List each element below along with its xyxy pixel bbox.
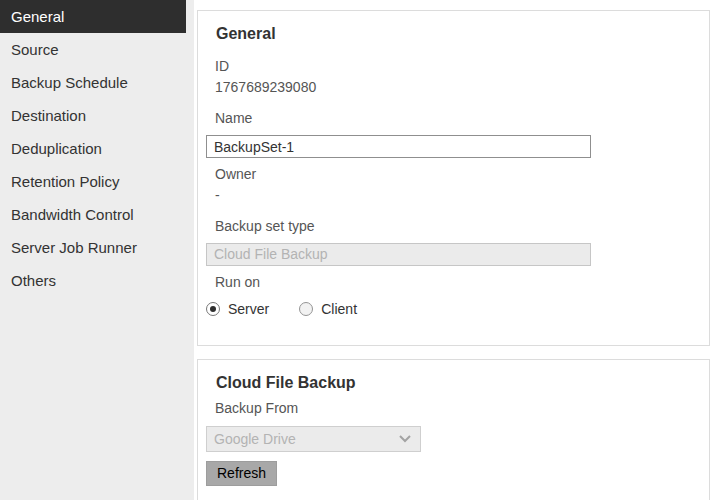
backup-from-label: Backup From [215,400,709,416]
sidebar-item-backup-schedule[interactable]: Backup Schedule [0,66,186,99]
backup-from-selected-value: Google Drive [214,431,296,447]
refresh-button[interactable]: Refresh [206,461,277,486]
backup-set-type-label: Backup set type [215,218,709,234]
sidebar-item-bandwidth-control[interactable]: Bandwidth Control [0,198,186,231]
radio-button-icon [206,302,220,316]
sidebar-item-others[interactable]: Others [0,264,186,297]
chevron-down-icon [399,435,411,443]
id-value: 1767689239080 [215,79,709,95]
general-panel-title: General [216,25,709,43]
run-on-radio-group: Server Client [206,301,709,345]
backup-from-select: Google Drive [206,426,421,452]
sidebar-item-retention-policy[interactable]: Retention Policy [0,165,186,198]
sidebar-item-destination[interactable]: Destination [0,99,186,132]
id-label: ID [215,58,709,74]
sidebar-item-source[interactable]: Source [0,33,186,66]
radio-button-icon [299,302,313,316]
run-on-client-label: Client [321,301,357,317]
name-label: Name [215,110,709,126]
name-input[interactable] [206,135,591,158]
run-on-label: Run on [215,274,709,290]
general-panel: General ID 1767689239080 Name Owner - Ba… [197,10,710,346]
backup-set-settings-window: General Source Backup Schedule Destinati… [0,0,720,500]
cloud-file-backup-panel: Cloud File Backup Backup From Google Dri… [197,359,710,500]
sidebar-item-server-job-runner[interactable]: Server Job Runner [0,231,186,264]
cloud-file-backup-panel-title: Cloud File Backup [216,374,709,392]
owner-value: - [215,187,709,203]
run-on-client-radio[interactable]: Client [299,301,357,317]
run-on-server-radio[interactable]: Server [206,301,269,317]
sidebar: General Source Backup Schedule Destinati… [0,0,194,500]
run-on-server-label: Server [228,301,269,317]
main-content: General ID 1767689239080 Name Owner - Ba… [197,10,710,500]
sidebar-item-general[interactable]: General [0,0,186,33]
backup-set-type-field: Cloud File Backup [206,243,591,266]
sidebar-item-deduplication[interactable]: Deduplication [0,132,186,165]
owner-label: Owner [215,166,709,182]
